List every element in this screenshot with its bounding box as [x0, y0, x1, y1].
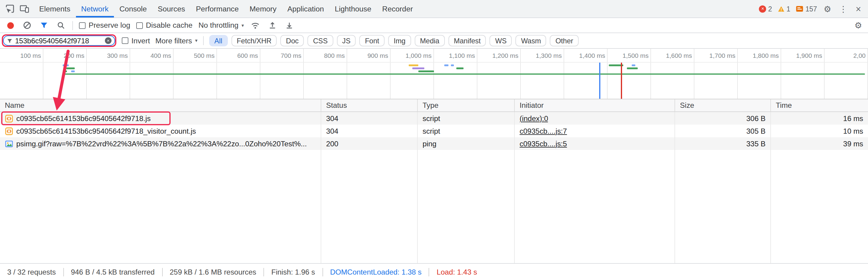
status-item: 259 kB / 1.6 MB resources [162, 268, 264, 276]
column-header-status[interactable]: Status [321, 99, 418, 111]
network-settings-icon[interactable]: ⚙ [853, 21, 863, 30]
cell-initiator: c0935cb....js:5 [515, 137, 675, 150]
cell-status: 304 [321, 125, 418, 137]
record-icon [7, 22, 13, 29]
clear-filter-icon[interactable]: × [105, 37, 112, 44]
filter-chip-manifest[interactable]: Manifest [448, 35, 486, 46]
more-options-icon[interactable]: ⋮ [838, 4, 849, 13]
overview-tick-label: 800 ms [324, 52, 345, 59]
more-filters-label: More filters [156, 36, 192, 45]
invert-label: Invert [131, 36, 150, 45]
preserve-log-label: Preserve log [89, 21, 130, 30]
issues-badge[interactable]: 157 [796, 5, 817, 13]
load-line [621, 63, 622, 99]
preserve-log-checkbox[interactable]: Preserve log [79, 21, 130, 30]
status-item: 3 / 32 requests [0, 268, 63, 276]
column-header-type[interactable]: Type [418, 99, 515, 111]
overview-tick-label: 1,400 ms [579, 52, 605, 59]
filter-chip-doc[interactable]: Doc [281, 35, 304, 46]
toolbar-divider [72, 21, 73, 30]
column-header-time[interactable]: Time [771, 99, 868, 111]
overview-tick-label: 100 ms [20, 52, 41, 59]
inspect-element-icon[interactable] [2, 1, 17, 16]
filter-toggle-button[interactable] [38, 20, 50, 31]
warning-count: 1 [786, 5, 790, 12]
filler-cell [675, 150, 771, 263]
overview-tick-label: 500 ms [194, 52, 215, 59]
table-row[interactable]: c0935cb65c614153b6c95405642f9718.js304sc… [0, 112, 868, 125]
waterfall-bar [444, 64, 448, 66]
filler-cell [321, 150, 418, 263]
throttling-dropdown[interactable]: No throttling ▾ [198, 21, 244, 30]
filter-chip-font[interactable]: Font [360, 35, 384, 46]
disable-cache-checkbox[interactable]: Disable cache [136, 21, 193, 30]
overview-tick-label: 1,200 ms [493, 52, 518, 59]
filter-chip-other[interactable]: Other [550, 35, 579, 46]
import-har-icon [268, 21, 276, 30]
search-button[interactable] [56, 20, 66, 31]
issues-icon [796, 5, 804, 13]
tab-network[interactable]: Network [76, 0, 114, 18]
cell-type: script [418, 112, 515, 125]
request-name: c0935cb65c614153b6c95405642f9718.js [16, 114, 151, 123]
filter-chip-all[interactable]: All [209, 35, 227, 46]
tab-performance[interactable]: Performance [190, 0, 244, 18]
waterfall-bar [456, 67, 464, 69]
column-header-size[interactable]: Size [675, 99, 771, 111]
column-header-name[interactable]: Name [0, 99, 321, 111]
tab-sources[interactable]: Sources [152, 0, 190, 18]
tab-console[interactable]: Console [114, 0, 152, 18]
close-icon[interactable]: × [854, 5, 863, 12]
invert-checkbox[interactable]: Invert [122, 36, 150, 45]
script-icon [5, 127, 13, 135]
status-item-load: Load: 1.43 s [429, 268, 484, 276]
checkbox-icon [79, 22, 86, 29]
initiator-link[interactable]: (index):0 [520, 114, 548, 123]
filterbar-divider [203, 36, 204, 45]
initiator-link[interactable]: c0935cb....js:7 [520, 127, 567, 135]
network-filter-input[interactable]: 153b6c95405642f9718 × [3, 36, 115, 46]
tab-recorder[interactable]: Recorder [377, 0, 418, 18]
table-body: c0935cb65c614153b6c95405642f9718.js304sc… [0, 112, 868, 150]
cell-initiator: (index):0 [515, 112, 675, 125]
filter-chip-ws[interactable]: WS [490, 35, 512, 46]
more-filters-dropdown[interactable]: More filters ▾ [156, 36, 198, 45]
network-toolbar: Preserve log Disable cache No throttling… [0, 18, 868, 33]
table-row[interactable]: c0935cb65c614153b6c95405642f9718_visitor… [0, 125, 868, 137]
filter-chip-js[interactable]: JS [337, 35, 356, 46]
overview-tick-label: 400 ms [150, 52, 171, 59]
waterfall-bar [451, 64, 454, 66]
network-conditions-button[interactable] [250, 20, 261, 31]
filter-chip-wasm[interactable]: Wasm [516, 35, 547, 46]
error-badge[interactable]: × 2 [759, 5, 772, 12]
filter-chip-css[interactable]: CSS [308, 35, 333, 46]
import-har-button[interactable] [267, 20, 278, 31]
cell-type: ping [418, 137, 515, 150]
overview-tick-label: 700 ms [281, 52, 301, 59]
overview-tick-label: 1,600 ms [666, 52, 692, 59]
cell-status: 304 [321, 112, 418, 125]
cell-type: script [418, 125, 515, 137]
settings-icon[interactable]: ⚙ [823, 4, 832, 13]
filter-chip-img[interactable]: Img [388, 35, 411, 46]
export-har-button[interactable] [284, 20, 294, 31]
tab-lighthouse[interactable]: Lighthouse [330, 0, 377, 18]
overview-tick-label: 1,000 ms [406, 52, 432, 59]
filter-chip-fetch-xhr[interactable]: Fetch/XHR [231, 35, 277, 46]
record-button[interactable] [5, 20, 16, 31]
initiator-link[interactable]: c0935cb....js:5 [520, 139, 567, 148]
filter-chip-media[interactable]: Media [414, 35, 444, 46]
warning-badge[interactable]: 1 [778, 5, 790, 12]
overview[interactable]: 100 ms200 ms300 ms400 ms500 ms600 ms700 … [0, 49, 868, 99]
device-toolbar-icon[interactable] [17, 1, 31, 16]
column-header-initiator[interactable]: Initiator [515, 99, 675, 111]
issues-count: 157 [805, 5, 817, 12]
tab-application[interactable]: Application [282, 0, 329, 18]
chevron-down-icon: ▾ [195, 38, 197, 43]
tab-elements[interactable]: Elements [34, 0, 76, 18]
clear-button[interactable] [22, 20, 33, 31]
tab-memory[interactable]: Memory [244, 0, 282, 18]
overview-tick-label: 1,300 ms [536, 52, 562, 59]
table-row[interactable]: psimg.gif?raw=%7B%22vrd%22%3A%5B%7B%22a%… [0, 137, 868, 150]
overview-tick-label: 2,00 [853, 52, 866, 59]
